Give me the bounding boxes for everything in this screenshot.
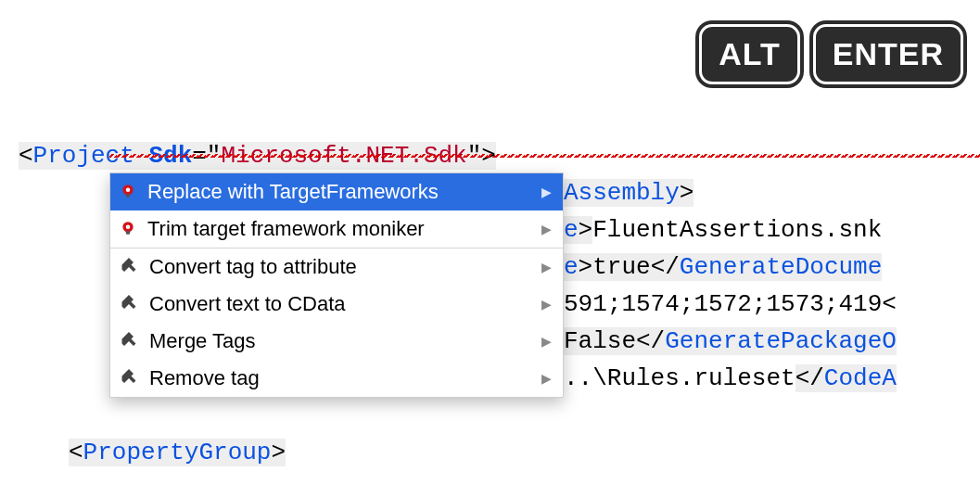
svg-rect-7 [126, 231, 131, 234]
angle-bracket: < [19, 142, 33, 170]
lightbulb-icon [120, 221, 136, 237]
chevron-right-icon: ▶ [541, 371, 552, 386]
chevron-right-icon: ▶ [541, 260, 552, 274]
svg-point-8 [126, 225, 131, 230]
menu-item-remove-tag[interactable]: Remove tag ▶ [110, 360, 563, 397]
menu-item-merge-tags[interactable]: Merge Tags ▶ [110, 323, 563, 360]
hammer-icon [120, 332, 138, 350]
error-squiggle [109, 154, 980, 158]
hammer-icon [120, 258, 138, 276]
menu-item-label: Convert text to CData [149, 292, 530, 316]
code-line: <PropertyGroup> [0, 434, 980, 471]
menu-item-replace-targetframeworks[interactable]: Replace with TargetFrameworks ▶ [110, 173, 563, 210]
svg-rect-4 [126, 194, 131, 197]
menu-item-convert-to-cdata[interactable]: Convert text to CData ▶ [110, 286, 563, 323]
lightbulb-icon [120, 184, 136, 200]
code-fragment: e>FluentAssertions.snk [564, 211, 882, 248]
menu-item-label: Merge Tags [149, 329, 530, 353]
chevron-right-icon: ▶ [541, 334, 552, 349]
quick-actions-menu: Replace with TargetFrameworks ▶ Trim tar… [109, 172, 564, 398]
menu-item-trim-moniker[interactable]: Trim target framework moniker ▶ [110, 210, 563, 248]
svg-point-5 [126, 188, 131, 193]
menu-item-convert-to-attribute[interactable]: Convert tag to attribute ▶ [110, 248, 563, 286]
hammer-icon [120, 295, 138, 313]
chevron-right-icon: ▶ [541, 222, 552, 236]
chevron-right-icon: ▶ [541, 185, 552, 199]
menu-item-label: Remove tag [149, 366, 530, 390]
code-fragment: 591;1574;1572;1573;419< [564, 286, 897, 323]
menu-item-label: Convert tag to attribute [149, 255, 530, 279]
menu-item-label: Replace with TargetFrameworks [147, 180, 530, 204]
chevron-right-icon: ▶ [541, 297, 552, 312]
code-fragment: ..\Rules.ruleset</CodeA [564, 360, 897, 397]
code-fragment: False</GeneratePackageO [564, 323, 897, 360]
code-fragment: e>true</GenerateDocume [564, 248, 882, 286]
code-fragment: Assembly> [564, 174, 694, 211]
hammer-icon [120, 369, 138, 388]
menu-item-label: Trim target framework moniker [147, 217, 530, 241]
xml-tag: PropertyGroup [83, 439, 272, 466]
